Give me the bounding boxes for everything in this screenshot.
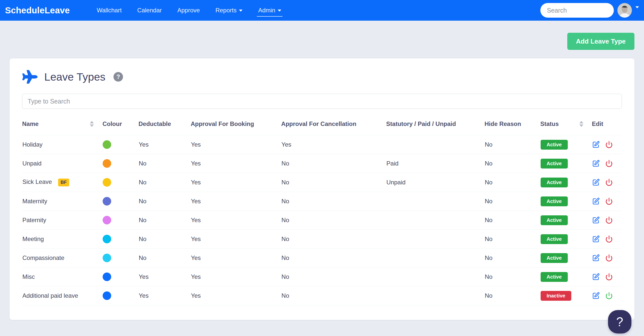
cell-statutory: [386, 286, 485, 305]
column-header-name[interactable]: Name: [22, 120, 102, 135]
leave-types-panel: Leave Types ? Name Colour Deduct: [10, 58, 634, 320]
table-row: Sick Leave BF No Yes No Unpaid No Active: [22, 173, 622, 192]
power-icon[interactable]: [605, 141, 613, 148]
add-leave-type-button[interactable]: Add Leave Type: [567, 33, 634, 50]
nav-item-approve[interactable]: Approve: [176, 0, 201, 21]
column-header-edit: Edit: [592, 120, 622, 135]
cell-approval-booking: Yes: [191, 135, 281, 154]
cell-edit: [592, 173, 622, 192]
chevron-down-icon[interactable]: [635, 6, 639, 10]
cell-edit: [592, 211, 622, 230]
cell-approval-cancellation: No: [281, 173, 386, 192]
nav-item-calendar[interactable]: Calendar: [136, 0, 163, 21]
cell-approval-cancellation: No: [281, 249, 386, 267]
cell-hide-reason: No: [485, 173, 540, 192]
cell-colour: [102, 154, 138, 173]
cell-edit: [592, 192, 622, 211]
nav-item-label: Admin: [258, 7, 275, 14]
cell-colour: [102, 286, 138, 305]
leave-type-name: Maternity: [22, 198, 47, 205]
global-search-input[interactable]: [540, 3, 614, 18]
power-icon[interactable]: [605, 160, 613, 167]
cell-edit: [592, 267, 622, 286]
cell-statutory: [386, 192, 485, 211]
cell-status: Active: [540, 211, 592, 230]
cell-deductable: No: [138, 230, 190, 249]
cell-approval-cancellation: No: [281, 211, 386, 230]
help-fab-button[interactable]: ?: [608, 310, 631, 333]
cell-edit: [592, 135, 622, 154]
question-icon[interactable]: ?: [113, 72, 123, 82]
power-icon[interactable]: [605, 235, 613, 243]
table-row: Maternity No Yes No No Active: [22, 192, 622, 211]
status-badge: Active: [541, 272, 568, 282]
colour-dot: [103, 197, 111, 206]
pen-square-icon[interactable]: [592, 216, 600, 224]
pen-square-icon[interactable]: [592, 254, 600, 262]
table-row: Unpaid No Yes No Paid No Active: [22, 154, 622, 173]
cell-edit: [592, 286, 622, 305]
cell-approval-booking: Yes: [191, 211, 281, 230]
cell-statutory: [386, 211, 485, 230]
cell-hide-reason: No: [485, 135, 540, 154]
nav-item-label: Wallchart: [97, 7, 122, 14]
table-body: Holiday Yes Yes Yes No Active: [22, 135, 622, 305]
cell-edit: [592, 249, 622, 267]
cell-statutory: [386, 135, 485, 154]
table-filter-input[interactable]: [22, 94, 622, 109]
cell-deductable: No: [138, 211, 190, 230]
power-icon[interactable]: [605, 273, 613, 281]
nav-item-admin[interactable]: Admin: [257, 0, 283, 21]
cell-status: Active: [540, 173, 592, 192]
sort-arrows-icon: [579, 121, 583, 127]
leave-type-name: Sick Leave: [22, 178, 52, 185]
cell-approval-booking: Yes: [191, 267, 281, 286]
pen-square-icon[interactable]: [592, 273, 600, 281]
navbar-menu: Wallchart Calendar Approve Reports Admin: [95, 0, 283, 21]
nav-item-wallchart[interactable]: Wallchart: [95, 0, 123, 21]
cell-edit: [592, 154, 622, 173]
cell-statutory: [386, 267, 485, 286]
navbar-right: [540, 3, 639, 18]
cell-approval-cancellation: No: [281, 267, 386, 286]
brand-logo[interactable]: ScheduleLeave: [5, 5, 70, 15]
column-header-status[interactable]: Status: [540, 120, 592, 135]
power-icon[interactable]: [605, 179, 613, 186]
status-badge: Active: [541, 140, 568, 150]
cell-approval-booking: Yes: [191, 173, 281, 192]
plane-icon: [22, 70, 38, 84]
cell-name: Sick Leave BF: [22, 173, 102, 192]
status-badge: Active: [541, 253, 568, 263]
colour-dot: [103, 216, 111, 224]
nav-item-label: Reports: [215, 7, 236, 14]
cell-hide-reason: No: [485, 230, 540, 249]
user-avatar[interactable]: [617, 3, 632, 18]
cell-status: Inactive: [540, 286, 592, 305]
pen-square-icon[interactable]: [592, 179, 600, 186]
cell-deductable: Yes: [138, 267, 190, 286]
cell-edit: [592, 230, 622, 249]
table-row: Compassionate No Yes No No Active: [22, 249, 622, 267]
power-icon[interactable]: [605, 216, 613, 224]
cell-approval-cancellation: Yes: [281, 135, 386, 154]
power-icon[interactable]: [605, 292, 613, 299]
chevron-down-icon: [278, 10, 281, 13]
cell-approval-cancellation: No: [281, 154, 386, 173]
column-header-approval-booking: Approval For Booking: [191, 120, 281, 135]
cell-deductable: No: [138, 173, 190, 192]
pen-square-icon[interactable]: [592, 197, 600, 205]
pen-square-icon[interactable]: [592, 160, 600, 167]
power-icon[interactable]: [605, 197, 613, 205]
cell-status: Active: [540, 192, 592, 211]
nav-item-reports[interactable]: Reports: [214, 0, 244, 21]
power-icon[interactable]: [605, 254, 613, 262]
panel-header: Leave Types ?: [22, 70, 622, 84]
cell-hide-reason: No: [485, 286, 540, 305]
status-badge: Active: [541, 159, 568, 169]
colour-dot: [103, 235, 111, 243]
pen-square-icon[interactable]: [592, 235, 600, 243]
status-badge: Inactive: [541, 291, 571, 301]
leave-type-name: Additional paid leave: [22, 292, 78, 299]
pen-square-icon[interactable]: [592, 292, 600, 299]
pen-square-icon[interactable]: [592, 141, 600, 148]
